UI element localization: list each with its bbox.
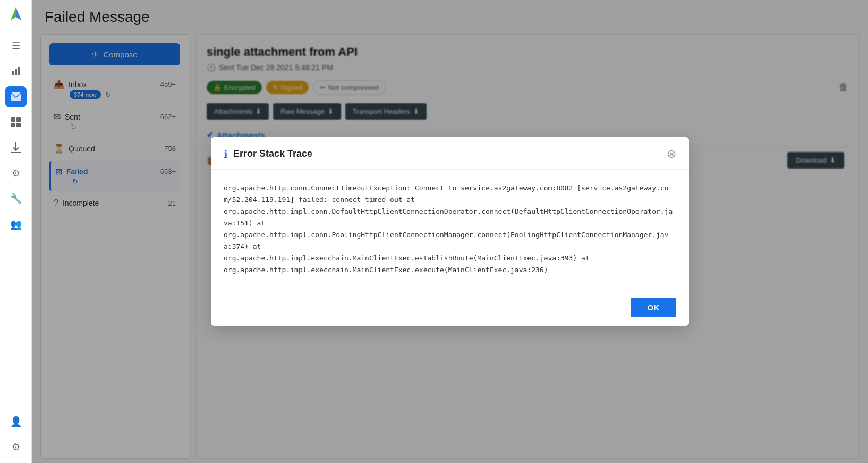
modal-header: ℹ Error Stack Trace ⊗: [211, 137, 689, 170]
wrench-icon[interactable]: 🔧: [5, 188, 27, 209]
download-sidebar-icon[interactable]: [5, 137, 27, 158]
modal-overlay: ℹ Error Stack Trace ⊗ org.apache.http.co…: [32, 0, 868, 463]
modal-body: org.apache.http.conn.ConnectTimeoutExcep…: [211, 170, 689, 289]
svg-rect-8: [16, 117, 21, 122]
modal-title: Error Stack Trace: [233, 148, 661, 159]
info-icon: ℹ: [224, 148, 228, 161]
svg-rect-3: [12, 71, 14, 75]
users-group-icon[interactable]: 👥: [5, 214, 27, 235]
svg-marker-2: [11, 7, 16, 20]
main-area: Failed Message ✈ Compose 📥 Inbox 459+ 37…: [32, 0, 868, 463]
grid-icon[interactable]: [5, 112, 27, 133]
svg-rect-7: [11, 117, 15, 122]
svg-rect-4: [15, 69, 17, 75]
svg-rect-10: [16, 123, 21, 127]
user-profile-icon[interactable]: 👤: [5, 411, 27, 432]
icon-sidebar: ☰ ⚙ 🔧 👥 👤 ⚙: [0, 0, 32, 463]
app-logo: [6, 5, 25, 27]
menu-icon[interactable]: ☰: [5, 35, 27, 56]
svg-rect-5: [18, 67, 20, 75]
modal-close-button[interactable]: ⊗: [667, 148, 676, 160]
ok-button[interactable]: OK: [631, 298, 677, 317]
settings-star-icon[interactable]: ⚙: [5, 163, 27, 184]
error-modal: ℹ Error Stack Trace ⊗ org.apache.http.co…: [211, 137, 689, 326]
modal-footer: OK: [211, 289, 689, 326]
chart-icon[interactable]: [5, 61, 27, 82]
gear-settings-icon[interactable]: ⚙: [5, 436, 27, 458]
stack-trace-text: org.apache.http.conn.ConnectTimeoutExcep…: [224, 182, 676, 276]
mail-icon[interactable]: [5, 86, 27, 107]
svg-marker-1: [16, 7, 21, 20]
svg-rect-9: [11, 123, 15, 127]
